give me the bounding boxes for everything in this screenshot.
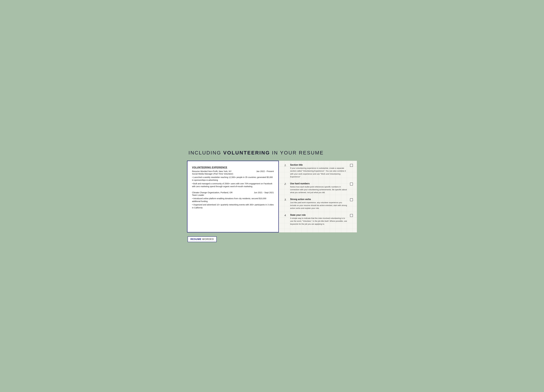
tip-checkbox-4[interactable] bbox=[350, 214, 353, 217]
tip-content-2: Use hard numbers Notice how each bullet … bbox=[290, 182, 348, 194]
tip-number-2: 2. bbox=[284, 182, 288, 186]
page-title: INCLUDING VOLUNTEERING IN YOUR RESUME bbox=[187, 150, 357, 156]
job-bullet-2-1: • Introduced online platform enabling do… bbox=[192, 197, 274, 203]
job-header-1: Resume Worded Non-Profit, New York, NY J… bbox=[192, 170, 274, 172]
tip-item-1: 1. Section title If your volunteering ex… bbox=[284, 164, 353, 178]
job-bullet-1-2: • Built and managed a community of 2500+… bbox=[192, 182, 274, 188]
tip-number-3: 3. bbox=[284, 198, 288, 201]
job-role-1: Social Media Manager (Part-Time Voluntee… bbox=[192, 173, 274, 175]
job-role-2: Team Leader bbox=[192, 194, 274, 196]
main-content: VOLUNTEERING EXPERIENCE Resume Worded No… bbox=[187, 161, 357, 233]
tip-number-4: 4. bbox=[284, 214, 288, 217]
tip-desc-4: A simple way to indicate that the roles … bbox=[290, 217, 348, 226]
job-org-2: Climate Change Organization, Portland, O… bbox=[192, 191, 232, 194]
tip-number-1: 1. bbox=[284, 164, 288, 167]
job-date-1: Jan 2022 - Present bbox=[254, 170, 274, 172]
tip-desc-3: Just like paid work experience, any volu… bbox=[290, 201, 348, 210]
tip-content-1: Section title If your volunteering exper… bbox=[290, 164, 348, 178]
job-block-1: Resume Worded Non-Profit, New York, NY J… bbox=[192, 170, 274, 188]
tip-desc-2: Notice how each bullet point references … bbox=[290, 186, 348, 194]
tip-item-3: 3. Strong action verbs Just like paid wo… bbox=[284, 198, 353, 210]
job-org-1: Resume Worded Non-Profit, New York, NY bbox=[192, 170, 232, 172]
resume-section-title: VOLUNTEERING EXPERIENCE bbox=[192, 166, 274, 169]
brand-worded-text: WORDED bbox=[202, 238, 214, 241]
tips-panel: 1. Section title If your volunteering ex… bbox=[279, 161, 357, 233]
tip-checkbox-2[interactable] bbox=[350, 183, 353, 186]
tip-checkbox-1[interactable] bbox=[350, 164, 353, 167]
outer-wrapper: INCLUDING VOLUNTEERING IN YOUR RESUME VO… bbox=[187, 150, 357, 242]
tip-checkbox-3[interactable] bbox=[350, 198, 353, 201]
job-bullet-1-1: • Launched a weekly newsletter reaching … bbox=[192, 176, 274, 182]
job-header-2: Climate Change Organization, Portland, O… bbox=[192, 191, 274, 194]
tip-title-2: Use hard numbers bbox=[290, 182, 348, 185]
tip-desc-1: If your volunteering experience is subst… bbox=[290, 167, 348, 178]
brand-box: RESUME WORDED bbox=[188, 236, 217, 242]
resume-panel: VOLUNTEERING EXPERIENCE Resume Worded No… bbox=[187, 161, 279, 233]
tip-title-4: State your role bbox=[290, 214, 348, 216]
brand-resume-text: RESUME bbox=[190, 238, 201, 241]
tip-title-3: Strong action verbs bbox=[290, 198, 348, 201]
tip-item-2: 2. Use hard numbers Notice how each bull… bbox=[284, 182, 353, 194]
tip-item-4: 4. State your role A simple way to indic… bbox=[284, 214, 353, 226]
tip-content-4: State your role A simple way to indicate… bbox=[290, 214, 348, 226]
job-bullet-2-2: • Organized and advertised 10+ quarterly… bbox=[192, 203, 274, 209]
tip-content-3: Strong action verbs Just like paid work … bbox=[290, 198, 348, 210]
job-date-2: Jun 2021 - Sept 2021 bbox=[251, 191, 274, 194]
job-block-2: Climate Change Organization, Portland, O… bbox=[192, 191, 274, 209]
tip-title-1: Section title bbox=[290, 164, 348, 166]
branding-bar: RESUME WORDED bbox=[187, 236, 357, 242]
